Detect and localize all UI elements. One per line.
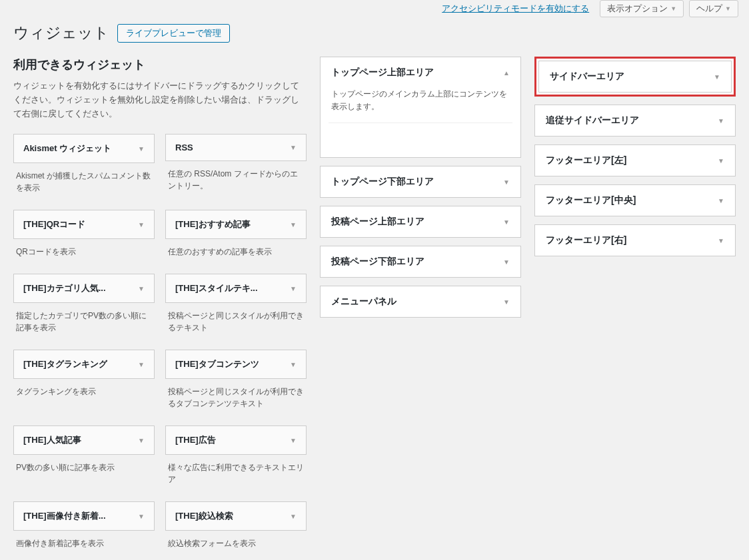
widget-recommend[interactable]: [THE]おすすめ記事▼ [165,210,307,239]
widget-style-text[interactable]: [THE]スタイルテキ...▼ [165,274,307,303]
area-header[interactable]: フッターエリア[中央] ▼ [535,185,735,216]
widget-tag-ranking[interactable]: [THE]タグランキング▼ [13,350,155,379]
area-footer-right: フッターエリア[右] ▼ [534,224,736,256]
chevron-down-icon: ▼ [503,178,510,186]
widget-desc: 絞込検索フォームを表示 [165,531,307,559]
screen-options-button[interactable]: 表示オプション ▼ [600,0,684,17]
widget-desc: 任意のおすすめの記事を表示 [165,239,307,267]
top-bar: アクセシビリティモードを有効にする 表示オプション ▼ ヘルプ ▼ [0,0,749,23]
widget-desc: PV数の多い順に記事を表示 [13,455,155,483]
chevron-down-icon: ▼ [714,73,720,81]
available-widgets-column: 利用できるウィジェット ウィジェットを有効化するにはサイドバーにドラッグするかク… [13,57,307,560]
chevron-down-icon: ▼ [718,157,724,164]
area-footer-center: フッターエリア[中央] ▼ [534,184,736,216]
area-title: フッターエリア[右] [546,234,626,246]
chevron-down-icon: ▼ [290,361,297,368]
widget-desc: QRコードを表示 [13,239,155,267]
area-top-upper: トップページ上部エリア ▲ トップページのメインカラム上部にコンテンツを表示しま… [320,57,521,158]
live-preview-button[interactable]: ライブプレビューで管理 [117,24,230,43]
area-post-upper: 投稿ページ上部エリア ▼ [320,206,521,238]
area-header[interactable]: フッターエリア[右] ▼ [535,225,735,256]
widget-rss[interactable]: RSS▼ [165,134,307,161]
area-title: フッターエリア[左] [546,154,626,166]
widget-areas-right: サイドバーエリア ▼ 追従サイドバーエリア ▼ フッターエリア[左] ▼ フッタ… [534,57,736,264]
chevron-down-icon: ▼ [290,513,297,520]
area-dropzone[interactable] [329,123,512,149]
widget-desc: 投稿ページと同じスタイルが利用できるタブコンテンツテキスト [165,379,307,419]
area-title: 投稿ページ下部エリア [331,256,424,268]
area-title: サイドバーエリア [550,71,624,83]
chevron-down-icon: ▼ [290,221,297,228]
chevron-down-icon: ▼ [290,144,297,151]
area-footer-left: フッターエリア[左] ▼ [534,144,736,176]
widget-qr[interactable]: [THE]QRコード▼ [13,210,155,239]
widget-title: [THE]QRコード [23,218,85,230]
chevron-down-icon: ▼ [138,221,145,228]
widget-title: [THE]タブコンテンツ [175,358,259,370]
widget-title: [THE]おすすめ記事 [175,218,251,230]
widget-filter-search[interactable]: [THE]絞込検索▼ [165,501,307,531]
area-header[interactable]: メニューパネル ▼ [321,286,520,317]
chevron-down-icon: ▼ [290,285,297,292]
chevron-down-icon: ▼ [290,437,297,444]
area-header[interactable]: トップページ下部エリア ▼ [321,166,520,197]
accessibility-link[interactable]: アクセシビリティモードを有効にする [442,3,589,15]
widget-title: [THE]絞込検索 [175,510,233,522]
chevron-down-icon: ▼ [138,361,145,368]
widget-title: [THE]広告 [175,434,216,446]
chevron-down-icon: ▼ [503,258,510,266]
area-title: フッターエリア[中央] [546,194,636,206]
widget-desc: Akismet が捕獲したスパムコメント数を表示 [13,163,155,203]
area-menu-panel: メニューパネル ▼ [320,286,521,318]
help-label: ヘルプ [696,3,722,15]
widget-title: [THE]画像付き新着... [23,510,106,522]
area-desc: トップページのメインカラム上部にコンテンツを表示します。 [321,88,520,123]
widget-desc: 様々な広告に利用できるテキストエリア [165,455,307,495]
page-title: ウィジェット [13,23,109,43]
widget-title: RSS [175,142,193,152]
widget-desc: 指定したカテゴリでPV数の多い順に記事を表示 [13,303,155,343]
widget-title: [THE]スタイルテキ... [175,282,258,294]
chevron-down-icon: ▼ [138,145,145,152]
area-sidebar: サイドバーエリア ▼ [534,57,736,97]
area-header[interactable]: 投稿ページ上部エリア ▼ [321,206,520,237]
chevron-down-icon: ▼ [725,5,731,12]
chevron-down-icon: ▼ [718,237,724,244]
available-widgets-title: 利用できるウィジェット [13,57,307,73]
widget-desc: 画像付き新着記事を表示 [13,531,155,559]
widget-tab-contents[interactable]: [THE]タブコンテンツ▼ [165,350,307,379]
area-title: メニューパネル [331,296,396,308]
area-header[interactable]: トップページ上部エリア ▲ [321,57,520,88]
area-header[interactable]: 追従サイドバーエリア ▼ [535,105,735,136]
area-header[interactable]: サイドバーエリア ▼ [538,61,732,93]
chevron-down-icon: ▼ [718,117,724,125]
screen-options-label: 表示オプション [607,3,668,15]
widget-desc: 任意の RSS/Atom フィードからのエントリー。 [165,161,307,201]
area-sticky-sidebar: 追従サイドバーエリア ▼ [534,105,736,137]
widget-areas-mid: トップページ上部エリア ▲ トップページのメインカラム上部にコンテンツを表示しま… [320,57,521,326]
chevron-down-icon: ▼ [138,437,145,444]
available-widgets-desc: ウィジェットを有効化するにはサイドバーにドラッグするかクリックしてください。ウィ… [13,79,307,121]
widget-title: [THE]カテゴリ人気... [23,282,106,294]
area-title: トップページ上部エリア [331,67,434,79]
chevron-down-icon: ▼ [503,218,510,226]
chevron-down-icon: ▼ [503,298,510,306]
widget-category-popular[interactable]: [THE]カテゴリ人気...▼ [13,274,155,303]
area-header[interactable]: フッターエリア[左] ▼ [535,145,735,176]
widget-title: [THE]人気記事 [23,434,81,446]
widget-popular[interactable]: [THE]人気記事▼ [13,425,155,455]
widget-desc: タグランキングを表示 [13,379,155,407]
help-button[interactable]: ヘルプ ▼ [689,0,738,17]
widget-akismet[interactable]: Akismet ウィジェット▼ [13,134,155,163]
widget-ad[interactable]: [THE]広告▼ [165,425,307,455]
widget-desc: 投稿ページと同じスタイルが利用できるテキスト [165,303,307,343]
area-title: トップページ下部エリア [331,176,434,188]
widgets-grid: Akismet ウィジェット▼Akismet が捕獲したスパムコメント数を表示 … [13,134,307,560]
chevron-down-icon: ▼ [718,197,724,204]
chevron-down-icon: ▼ [138,285,145,292]
page-header: ウィジェット ライブプレビューで管理 [13,23,736,43]
area-header[interactable]: 投稿ページ下部エリア ▼ [321,246,520,277]
widget-new-image[interactable]: [THE]画像付き新着...▼ [13,501,155,531]
area-top-lower: トップページ下部エリア ▼ [320,166,521,198]
area-post-lower: 投稿ページ下部エリア ▼ [320,246,521,278]
